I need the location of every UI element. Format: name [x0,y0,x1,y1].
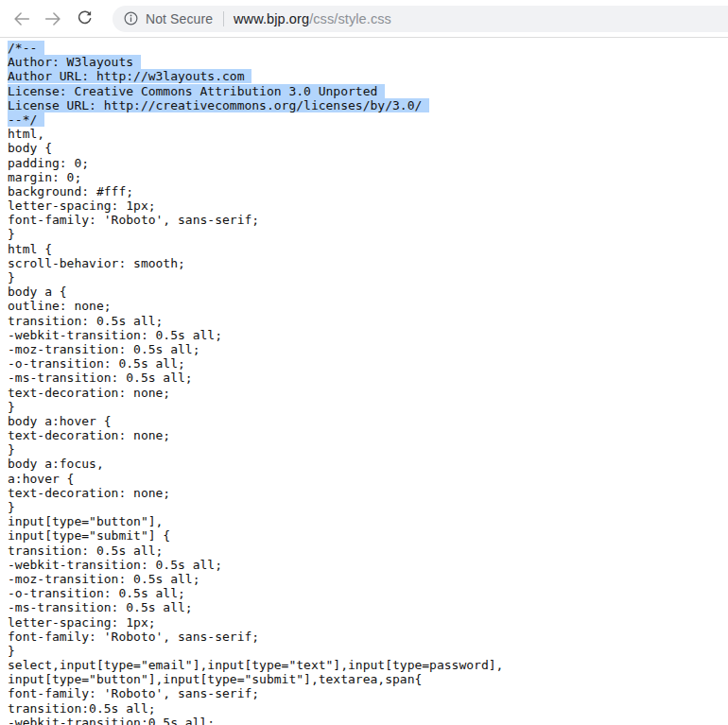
code-line: } [8,500,720,514]
code-line: body { [8,141,720,155]
code-line: letter-spacing: 1px; [8,615,720,630]
code-line: body a:hover { [8,414,720,428]
code-line: License: Creative Commons Attribution 3.… [8,84,720,98]
reload-button[interactable] [70,5,98,33]
browser-window: Not Secure www.bjp.org/css/style.css /*-… [0,0,728,725]
code-line: body a:focus, [8,457,720,471]
code-line: outline: none; [8,299,720,313]
code-line: a:hover { [8,472,720,486]
forward-arrow-icon [43,9,63,29]
code-line: transition: 0.5s all; [8,544,720,558]
code-line: -o-transition: 0.5s all; [8,356,720,371]
code-line: transition: 0.5s all; [8,314,720,328]
code-line: padding: 0; [8,156,720,170]
code-line: -ms-transition: 0.5s all; [8,371,720,385]
code-line: Author URL: http://w3layouts.com [8,69,720,83]
code-line: } [8,644,720,658]
code-line: html { [8,242,720,256]
code-line: /*-- [8,41,720,55]
code-line: -o-transition: 0.5s all; [8,586,720,600]
code-line: input[type="button"],input[type="submit"… [8,672,720,686]
code-line: text-decoration: none; [8,486,720,500]
back-button[interactable] [8,5,36,33]
code-line: } [8,442,720,457]
code-line: letter-spacing: 1px; [8,199,720,213]
forward-button[interactable] [39,5,67,33]
site-info-chip[interactable]: Not Secure [123,10,213,26]
code-line: input[type="submit"] { [8,528,720,543]
back-arrow-icon [11,9,32,29]
url-domain: www.bjp.org [234,11,309,26]
code-line: html, [8,127,720,141]
code-line: } [8,270,720,285]
code-line: -webkit-transition: 0.5s all; [8,558,720,572]
browser-toolbar: Not Secure www.bjp.org/css/style.css [0,0,728,38]
security-label: Not Secure [146,11,213,26]
code-line: License URL: http://creativecommons.org/… [8,98,720,112]
code-line: input[type="button"], [8,514,720,528]
code-line: text-decoration: none; [8,386,720,400]
url-separator [223,11,224,26]
code-line: Author: W3layouts [8,55,720,69]
code-line: } [8,227,720,241]
code-line: font-family: 'Roboto', sans-serif; [8,213,720,227]
code-line: font-family: 'Roboto', sans-serif; [8,630,720,644]
code-line: -webkit-transition:0.5s all; [8,716,720,725]
code-line: background: #fff; [8,184,720,199]
code-line: transition:0.5s all; [8,701,720,716]
code-line: -ms-transition: 0.5s all; [8,600,720,614]
code-line: scroll-behavior: smooth; [8,256,720,270]
code-line: -moz-transition: 0.5s all; [8,342,720,356]
css-file-content[interactable]: /*-- Author: W3layouts Author URL: http:… [0,38,728,725]
code-line: select,input[type="email"],input[type="t… [8,658,720,672]
address-bar[interactable]: Not Secure www.bjp.org/css/style.css [113,6,728,32]
code-line: -moz-transition: 0.5s all; [8,572,720,586]
code-line: } [8,400,720,414]
code-line: -webkit-transition: 0.5s all; [8,328,720,342]
reload-icon [75,9,95,28]
code-line: text-decoration: none; [8,428,720,442]
info-icon [123,10,139,26]
url-text: www.bjp.org/css/style.css [234,11,391,26]
code-line: margin: 0; [8,170,720,184]
code-line: font-family: 'Roboto', sans-serif; [8,686,720,700]
code-line: body a { [8,285,720,299]
url-path: /css/style.css [309,11,391,26]
code-line: --*/ [8,112,720,127]
